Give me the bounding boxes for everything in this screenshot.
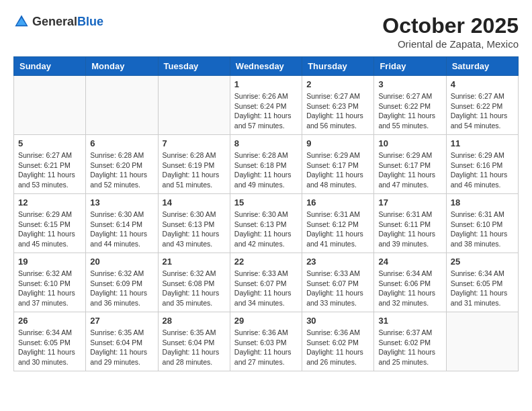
- calendar-cell: 3Sunrise: 6:27 AM Sunset: 6:22 PM Daylig…: [374, 76, 446, 135]
- calendar-cell: 8Sunrise: 6:28 AM Sunset: 6:18 PM Daylig…: [230, 135, 302, 194]
- page-header: GeneralBlue October 2025 Oriental de Zap…: [13, 13, 519, 50]
- day-number: 16: [306, 197, 369, 208]
- day-info: Sunrise: 6:29 AM Sunset: 6:17 PM Dayligh…: [306, 150, 369, 190]
- calendar-cell: 25Sunrise: 6:34 AM Sunset: 6:05 PM Dayli…: [446, 253, 518, 312]
- day-number: 24: [378, 257, 441, 267]
- calendar-cell: 13Sunrise: 6:30 AM Sunset: 6:14 PM Dayli…: [86, 194, 158, 253]
- day-number: 2: [306, 79, 369, 89]
- day-info: Sunrise: 6:31 AM Sunset: 6:12 PM Dayligh…: [306, 210, 369, 249]
- day-number: 29: [234, 316, 298, 326]
- day-info: Sunrise: 6:37 AM Sunset: 6:02 PM Dayligh…: [378, 328, 441, 367]
- day-info: Sunrise: 6:34 AM Sunset: 6:05 PM Dayligh…: [451, 269, 514, 308]
- day-number: 25: [451, 257, 514, 267]
- calendar-cell: [158, 76, 230, 135]
- day-info: Sunrise: 6:36 AM Sunset: 6:03 PM Dayligh…: [234, 328, 298, 367]
- day-number: 14: [163, 197, 226, 208]
- day-info: Sunrise: 6:32 AM Sunset: 6:08 PM Dayligh…: [163, 269, 226, 308]
- calendar-cell: 16Sunrise: 6:31 AM Sunset: 6:12 PM Dayli…: [302, 194, 374, 253]
- calendar-cell: 2Sunrise: 6:27 AM Sunset: 6:23 PM Daylig…: [302, 76, 374, 135]
- calendar-cell: 18Sunrise: 6:31 AM Sunset: 6:10 PM Dayli…: [446, 194, 518, 253]
- day-info: Sunrise: 6:26 AM Sunset: 6:24 PM Dayligh…: [234, 91, 298, 131]
- week-row-1: 1Sunrise: 6:26 AM Sunset: 6:24 PM Daylig…: [14, 76, 519, 135]
- day-header-wednesday: Wednesday: [230, 57, 302, 76]
- day-info: Sunrise: 6:27 AM Sunset: 6:21 PM Dayligh…: [18, 150, 81, 190]
- day-info: Sunrise: 6:35 AM Sunset: 6:04 PM Dayligh…: [163, 328, 226, 367]
- calendar-cell: 29Sunrise: 6:36 AM Sunset: 6:03 PM Dayli…: [230, 312, 302, 371]
- day-header-friday: Friday: [374, 57, 446, 76]
- calendar-cell: 31Sunrise: 6:37 AM Sunset: 6:02 PM Dayli…: [374, 312, 446, 371]
- month-title: October 2025: [382, 13, 519, 38]
- day-info: Sunrise: 6:34 AM Sunset: 6:05 PM Dayligh…: [18, 328, 81, 367]
- calendar-cell: 14Sunrise: 6:30 AM Sunset: 6:13 PM Dayli…: [158, 194, 230, 253]
- day-number: 21: [163, 257, 226, 267]
- calendar-cell: 28Sunrise: 6:35 AM Sunset: 6:04 PM Dayli…: [158, 312, 230, 371]
- day-number: 13: [90, 197, 153, 208]
- title-block: October 2025 Oriental de Zapata, Mexico: [382, 13, 519, 50]
- day-number: 9: [306, 138, 369, 148]
- day-header-saturday: Saturday: [446, 57, 518, 76]
- day-number: 22: [234, 257, 298, 267]
- calendar-cell: 30Sunrise: 6:36 AM Sunset: 6:02 PM Dayli…: [302, 312, 374, 371]
- day-header-sunday: Sunday: [14, 57, 86, 76]
- day-number: 10: [378, 138, 441, 148]
- day-info: Sunrise: 6:27 AM Sunset: 6:22 PM Dayligh…: [451, 91, 514, 131]
- day-number: 30: [306, 316, 369, 326]
- calendar-cell: 19Sunrise: 6:32 AM Sunset: 6:10 PM Dayli…: [14, 253, 86, 312]
- calendar-cell: 4Sunrise: 6:27 AM Sunset: 6:22 PM Daylig…: [446, 76, 518, 135]
- day-number: 31: [378, 316, 441, 326]
- logo-general: General: [32, 15, 77, 28]
- day-number: 7: [163, 138, 226, 148]
- day-number: 6: [90, 138, 153, 148]
- day-number: 27: [90, 316, 153, 326]
- day-number: 18: [451, 197, 514, 208]
- day-info: Sunrise: 6:30 AM Sunset: 6:14 PM Dayligh…: [90, 210, 153, 249]
- calendar-cell: [446, 312, 518, 371]
- week-row-5: 26Sunrise: 6:34 AM Sunset: 6:05 PM Dayli…: [14, 312, 519, 371]
- day-info: Sunrise: 6:33 AM Sunset: 6:07 PM Dayligh…: [306, 269, 369, 308]
- calendar-cell: 12Sunrise: 6:29 AM Sunset: 6:15 PM Dayli…: [14, 194, 86, 253]
- day-number: 8: [234, 138, 298, 148]
- day-number: 17: [378, 197, 441, 208]
- calendar-cell: 21Sunrise: 6:32 AM Sunset: 6:08 PM Dayli…: [158, 253, 230, 312]
- day-info: Sunrise: 6:30 AM Sunset: 6:13 PM Dayligh…: [163, 210, 226, 249]
- day-header-thursday: Thursday: [302, 57, 374, 76]
- day-number: 28: [163, 316, 226, 326]
- calendar-cell: 15Sunrise: 6:30 AM Sunset: 6:13 PM Dayli…: [230, 194, 302, 253]
- day-number: 1: [234, 79, 298, 89]
- calendar-cell: 23Sunrise: 6:33 AM Sunset: 6:07 PM Dayli…: [302, 253, 374, 312]
- logo-icon: [13, 13, 30, 30]
- day-info: Sunrise: 6:27 AM Sunset: 6:23 PM Dayligh…: [306, 91, 369, 131]
- day-number: 23: [306, 257, 369, 267]
- day-info: Sunrise: 6:34 AM Sunset: 6:06 PM Dayligh…: [378, 269, 441, 308]
- week-row-4: 19Sunrise: 6:32 AM Sunset: 6:10 PM Dayli…: [14, 253, 519, 312]
- day-info: Sunrise: 6:32 AM Sunset: 6:10 PM Dayligh…: [18, 269, 81, 308]
- day-number: 15: [234, 197, 298, 208]
- calendar-cell: 11Sunrise: 6:29 AM Sunset: 6:16 PM Dayli…: [446, 135, 518, 194]
- day-number: 26: [18, 316, 81, 326]
- logo: GeneralBlue: [13, 13, 103, 30]
- day-number: 12: [18, 197, 81, 208]
- day-info: Sunrise: 6:29 AM Sunset: 6:17 PM Dayligh…: [378, 150, 441, 190]
- calendar-cell: 22Sunrise: 6:33 AM Sunset: 6:07 PM Dayli…: [230, 253, 302, 312]
- calendar-cell: 6Sunrise: 6:28 AM Sunset: 6:20 PM Daylig…: [86, 135, 158, 194]
- day-info: Sunrise: 6:32 AM Sunset: 6:09 PM Dayligh…: [90, 269, 153, 308]
- calendar-cell: [14, 76, 86, 135]
- logo-blue: Blue: [77, 15, 103, 28]
- day-info: Sunrise: 6:29 AM Sunset: 6:16 PM Dayligh…: [451, 150, 514, 190]
- calendar-cell: 10Sunrise: 6:29 AM Sunset: 6:17 PM Dayli…: [374, 135, 446, 194]
- day-info: Sunrise: 6:28 AM Sunset: 6:20 PM Dayligh…: [90, 150, 153, 190]
- day-info: Sunrise: 6:29 AM Sunset: 6:15 PM Dayligh…: [18, 210, 81, 249]
- day-header-monday: Monday: [86, 57, 158, 76]
- day-info: Sunrise: 6:28 AM Sunset: 6:18 PM Dayligh…: [234, 150, 298, 190]
- calendar-cell: [86, 76, 158, 135]
- day-info: Sunrise: 6:36 AM Sunset: 6:02 PM Dayligh…: [306, 328, 369, 367]
- day-info: Sunrise: 6:31 AM Sunset: 6:10 PM Dayligh…: [451, 210, 514, 249]
- day-info: Sunrise: 6:31 AM Sunset: 6:11 PM Dayligh…: [378, 210, 441, 249]
- calendar-cell: 24Sunrise: 6:34 AM Sunset: 6:06 PM Dayli…: [374, 253, 446, 312]
- day-info: Sunrise: 6:33 AM Sunset: 6:07 PM Dayligh…: [234, 269, 298, 308]
- calendar-table: SundayMondayTuesdayWednesdayThursdayFrid…: [13, 56, 519, 371]
- calendar-cell: 5Sunrise: 6:27 AM Sunset: 6:21 PM Daylig…: [14, 135, 86, 194]
- day-number: 3: [378, 79, 441, 89]
- week-row-3: 12Sunrise: 6:29 AM Sunset: 6:15 PM Dayli…: [14, 194, 519, 253]
- calendar-cell: 1Sunrise: 6:26 AM Sunset: 6:24 PM Daylig…: [230, 76, 302, 135]
